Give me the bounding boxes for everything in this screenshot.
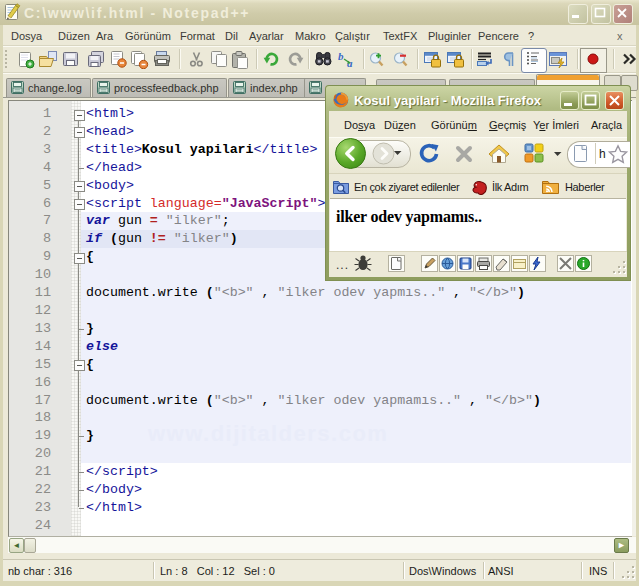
svg-text:b: b [338,51,344,62]
